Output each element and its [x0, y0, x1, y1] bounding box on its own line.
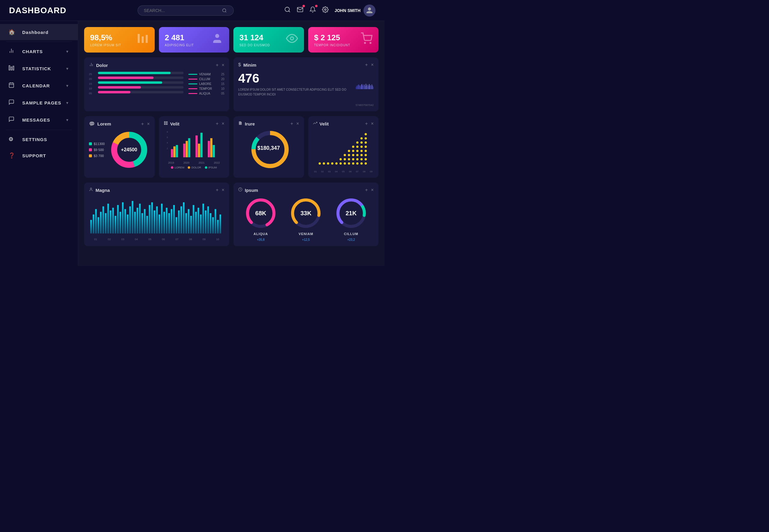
svg-point-100: [339, 158, 341, 160]
ipsum-add-btn[interactable]: +: [365, 187, 368, 193]
svg-rect-162: [192, 205, 194, 234]
minim-card: $ Minim + × 476 LOREM IPSUM DOLOR SIT AM…: [233, 57, 378, 111]
user-info[interactable]: JOHN SMITH: [334, 5, 375, 17]
magna-add-btn[interactable]: +: [216, 187, 218, 193]
svg-point-119: [90, 188, 92, 189]
irure-add-btn[interactable]: +: [290, 121, 293, 126]
gauge-veniam: 33K VENIAM +12,5: [289, 197, 322, 241]
ipsum-close-btn[interactable]: ×: [371, 187, 374, 193]
lorem-icon: 💬: [89, 121, 95, 127]
stat-card-3[interactable]: 31 124 SED DO EIUSMOD: [233, 27, 304, 53]
sample-pages-icon: [8, 99, 17, 107]
svg-point-83: [360, 141, 362, 144]
header-right: JOHN SMITH: [284, 5, 375, 17]
minim-add-btn[interactable]: +: [365, 62, 368, 68]
svg-rect-127: [107, 204, 109, 233]
magna-x-labels: 01020304050607080910: [89, 238, 224, 241]
velit-title: Velit: [170, 121, 180, 126]
lorem-add-btn[interactable]: +: [141, 121, 144, 127]
stat-icon-3: [286, 32, 298, 47]
minim-desc: LOREM IPSUM DOLOR SIT AMET CONSECTETUR A…: [238, 87, 351, 97]
velit-close-btn[interactable]: ×: [222, 121, 224, 126]
svg-rect-155: [176, 217, 177, 234]
svg-rect-59: [166, 123, 167, 125]
svg-point-95: [348, 154, 350, 156]
stat-card-1[interactable]: 98,5% LOREM IPSUM SIT: [84, 27, 155, 53]
irure-close-btn[interactable]: ×: [296, 121, 299, 126]
sidebar-item-statistick[interactable]: STATISTICK ▼: [0, 60, 78, 77]
body: 🏠 Dashboard CHARTS ▼ STATISTICK ▼: [0, 21, 384, 266]
sidebar-item-dashboard[interactable]: 🏠 Dashboard: [0, 24, 78, 40]
svg-text:2: 2: [167, 147, 168, 150]
minim-bar-chart-svg: [356, 71, 374, 101]
velit-bars-svg: 8 6 4 2: [164, 130, 225, 160]
sidebar-item-settings[interactable]: ⚙ SETTINGS: [0, 131, 78, 147]
svg-point-102: [348, 158, 350, 160]
svg-point-86: [356, 146, 358, 148]
header: DASHBOARD: [0, 0, 384, 21]
velit-add-btn[interactable]: +: [216, 121, 218, 126]
dolor-add-btn[interactable]: +: [216, 62, 218, 68]
sidebar-item-charts[interactable]: CHARTS ▼: [0, 43, 78, 60]
svg-point-20: [364, 42, 365, 43]
sidebar-label-calendar: CALENDAR: [22, 83, 50, 88]
chevron-icon4: ▼: [65, 101, 69, 105]
charts-row-2: 💬 Lorem + × $11300 $9 500 $3 700: [84, 116, 378, 178]
main-content: 98,5% LOREM IPSUM SIT 2 481 ADIPISCING E…: [78, 21, 384, 266]
dolor-close-btn[interactable]: ×: [222, 62, 224, 68]
gauge-cillum-ring: 21K: [334, 197, 368, 230]
irure-content: $180,347: [238, 130, 299, 166]
search-input[interactable]: [144, 8, 222, 13]
settings-icon[interactable]: [322, 6, 328, 14]
stat-value-3: 31 124: [239, 33, 270, 42]
lorem-close-btn[interactable]: ×: [147, 121, 150, 127]
svg-point-115: [352, 162, 354, 165]
sidebar-item-calendar[interactable]: CALENDAR ▼: [0, 77, 78, 94]
svg-rect-65: [173, 147, 175, 157]
svg-rect-44: [368, 85, 369, 89]
velit2-close-btn[interactable]: ×: [371, 121, 374, 126]
stat-value-4: $ 2 125: [314, 33, 350, 42]
velit-legend: LOREM DOLOR IPSUM: [164, 166, 225, 169]
svg-rect-136: [129, 206, 131, 233]
svg-rect-66: [176, 145, 178, 157]
chevron-icon: ▼: [65, 50, 69, 54]
svg-rect-70: [195, 135, 197, 157]
minim-value: 476: [238, 71, 351, 86]
sidebar-item-support[interactable]: ❓ SUPPORT: [0, 147, 78, 164]
svg-rect-172: [217, 220, 219, 234]
magna-close-btn[interactable]: ×: [222, 187, 224, 193]
svg-line-3: [289, 11, 290, 12]
stat-value-1: 98,5%: [90, 33, 121, 42]
svg-rect-75: [213, 145, 215, 157]
svg-rect-137: [132, 201, 133, 233]
velit2-add-btn[interactable]: +: [365, 121, 368, 126]
search-box[interactable]: [138, 5, 234, 16]
svg-rect-153: [171, 209, 172, 233]
sidebar-item-sample-pages[interactable]: SAMPLE PAGES ▼: [0, 94, 78, 111]
svg-rect-39: [365, 86, 365, 89]
svg-rect-167: [205, 210, 206, 234]
svg-point-117: [360, 162, 362, 165]
svg-point-109: [327, 162, 329, 165]
minim-close-btn[interactable]: ×: [371, 62, 374, 68]
svg-rect-11: [9, 83, 14, 87]
stat-icon-2: [211, 32, 223, 47]
irure-donut: $180,347: [249, 128, 288, 168]
svg-rect-8: [9, 66, 10, 70]
stat-card-2[interactable]: 2 481 ADIPISCING ELIT: [159, 27, 229, 53]
ipsum-icon: [238, 187, 242, 193]
stat-label-3: SED DO EIUSMOD: [239, 44, 270, 47]
stat-card-4[interactable]: $ 2 125 TEMPOR INCIDIDUNT: [308, 27, 379, 53]
gauge-veniam-sublabel: +12,5: [302, 238, 310, 241]
svg-rect-43: [368, 86, 368, 89]
search-header-icon[interactable]: [284, 6, 291, 14]
svg-point-82: [356, 141, 358, 144]
svg-line-1: [225, 11, 226, 12]
svg-rect-140: [139, 204, 141, 233]
bell-icon[interactable]: [309, 6, 316, 14]
gauge-cillum-sublabel: +23,2: [347, 238, 355, 241]
sidebar-item-messages[interactable]: MESSAGES ▼: [0, 111, 78, 128]
mail-icon[interactable]: [297, 6, 303, 14]
svg-rect-166: [202, 204, 204, 233]
